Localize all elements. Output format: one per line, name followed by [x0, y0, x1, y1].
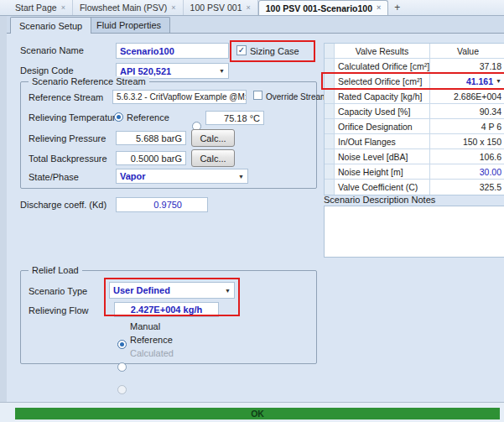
tab-100-psv-001-scenario100[interactable]: 100 PSV 001-Scenario100 × — [258, 0, 389, 15]
sizing-case-label: Sizing Case — [250, 46, 299, 56]
tab-label: 100 PSV 001-Scenario100 — [266, 3, 372, 13]
relief-load-title: Relief Load — [29, 265, 82, 275]
table-row: In/Out Flanges 150 x 150 — [325, 134, 504, 149]
tab-100-psv-001[interactable]: 100 PSV 001 × — [184, 0, 258, 15]
discharge-coeff-input[interactable]: 0.9750 — [116, 197, 208, 212]
tab-scenario-setup[interactable]: Scenario Setup — [10, 17, 91, 34]
close-icon[interactable]: × — [61, 4, 65, 12]
total-backpressure-label: Total Backpressure — [29, 154, 107, 164]
tab-flowsheet-main[interactable]: Flowsheet Main (PSV) × — [73, 0, 184, 15]
relieving-pressure-input[interactable]: 5.688 barG — [116, 131, 186, 145]
override-stream-checkbox[interactable] — [253, 91, 262, 100]
flow-calculated-radio[interactable] — [117, 385, 127, 394]
total-backpressure-calc-button[interactable]: Calc... — [191, 149, 235, 167]
total-backpressure-value: 0.5000 barG — [131, 154, 182, 164]
tab-start-page[interactable]: Start Page × — [8, 0, 73, 15]
check-icon: ✓ — [238, 46, 245, 55]
relieving-pressure-calc-button[interactable]: Calc... — [191, 129, 235, 147]
row-gutter — [325, 44, 335, 58]
design-code-value: API 520,521 — [120, 66, 171, 76]
close-icon[interactable]: × — [171, 4, 175, 12]
relieving-flow-input[interactable]: 2.427E+004 kg/h — [114, 302, 219, 317]
header-value: Value — [430, 44, 504, 58]
tab-label: Start Page — [15, 3, 57, 13]
row-gutter[interactable] — [325, 180, 335, 195]
scenario-reference-stream-title: Scenario Reference Stream — [29, 76, 149, 86]
sub-tab-bar: Scenario Setup Fluid Properties — [7, 16, 504, 33]
scenario-type-value: User Defined — [113, 285, 170, 295]
chevron-down-icon: ▼ — [238, 174, 244, 180]
total-backpressure-input[interactable]: 0.5000 barG — [116, 151, 186, 165]
scenario-name-label: Scenario Name — [20, 45, 84, 55]
scenario-description-notes-input[interactable] — [324, 206, 504, 258]
close-icon[interactable]: × — [247, 4, 251, 12]
new-tab-button[interactable]: + — [388, 0, 406, 15]
tab-label: Flowsheet Main (PSV) — [80, 3, 167, 13]
relieving-temperature-label: Relieving Temperature — [29, 112, 121, 122]
state-phase-value: Vapor — [120, 171, 146, 181]
row-gutter[interactable] — [325, 134, 335, 148]
scenario-setup-panel: Scenario Name Scenario100 ✓ Sizing Case … — [7, 33, 504, 403]
chevron-down-icon: ▼ — [496, 78, 501, 84]
row-gutter[interactable] — [325, 59, 335, 73]
reference-stream-input[interactable]: 5.6.3.2 - CritVapflow Example @M: — [112, 90, 247, 104]
table-row: Capacity Used [%] 90.34 — [325, 104, 504, 119]
scenario-name-value: Scenario100 — [120, 46, 174, 56]
sizing-case-checkbox[interactable]: ✓ — [236, 45, 247, 55]
discharge-coeff-value: 0.9750 — [153, 200, 182, 210]
row-gutter[interactable] — [325, 104, 335, 118]
table-header-row: Valve Results Value — [325, 44, 504, 59]
scenario-type-label: Scenario Type — [29, 286, 87, 296]
scenario-type-select[interactable]: User Defined ▼ — [109, 282, 235, 299]
table-row: Rated Capacity [kg/h] 2.686E+004 — [325, 89, 504, 104]
flow-reference-label: Reference — [130, 335, 173, 345]
row-gutter[interactable] — [325, 89, 335, 103]
table-row: Calculated Orifice [cm²] 37.18 — [325, 59, 504, 74]
relieving-pressure-value: 5.688 barG — [136, 133, 182, 143]
chevron-down-icon: ▼ — [219, 68, 225, 74]
table-row: Noise Level [dBA] 106.6 — [325, 149, 504, 164]
table-row-selected-orifice: Selected Orifice [cm²] 41.161 ▼ — [325, 74, 504, 89]
valve-results-table: Valve Results Value Calculated Orifice [… — [324, 43, 504, 195]
status-bar-ok: OK — [15, 408, 500, 419]
override-stream-label: Override Stream — [266, 92, 327, 102]
relieving-pressure-label: Relieving Pressure — [29, 133, 106, 143]
flow-manual-label: Manual — [130, 321, 160, 331]
close-icon[interactable]: × — [377, 4, 381, 12]
temperature-reference-radio-label: Reference — [127, 112, 169, 122]
selected-orifice-dropdown[interactable]: 41.161 ▼ — [430, 74, 504, 88]
table-row: Orifice Designation 4 P 6 — [325, 119, 504, 134]
bottom-bar: OK — [0, 402, 504, 422]
row-gutter[interactable] — [325, 74, 335, 88]
row-gutter[interactable] — [325, 149, 335, 164]
reference-stream-label: Reference Stream — [29, 92, 103, 102]
scenario-name-input[interactable]: Scenario100 — [116, 43, 229, 59]
document-tab-bar: Start Page × Flowsheet Main (PSV) × 100 … — [0, 0, 504, 16]
flow-calculated-label: Calculated — [130, 348, 174, 358]
table-row: Valve Coefficient (C) 325.5 — [325, 180, 504, 195]
row-gutter[interactable] — [325, 164, 335, 179]
scenario-description-notes-label: Scenario Description Notes — [324, 195, 435, 205]
temperature-reference-radio[interactable] — [114, 112, 123, 122]
relieving-flow-value: 2.427E+004 kg/h — [131, 305, 202, 315]
reference-stream-value: 5.6.3.2 - CritVapflow Example @M: — [117, 92, 247, 102]
relieving-temperature-value: 75.18 °C — [224, 113, 260, 123]
tab-fluid-properties[interactable]: Fluid Properties — [87, 17, 170, 33]
flow-manual-radio[interactable] — [117, 340, 127, 349]
header-valve-results: Valve Results — [335, 44, 430, 58]
state-phase-label: State/Phase — [29, 172, 79, 182]
tab-label: 100 PSV 001 — [190, 3, 242, 13]
row-gutter[interactable] — [325, 119, 335, 133]
flow-reference-radio[interactable] — [117, 362, 127, 372]
relieving-flow-label: Relieving Flow — [29, 305, 89, 315]
state-phase-select[interactable]: Vapor ▼ — [116, 169, 248, 184]
design-code-label: Design Code — [20, 65, 74, 76]
psv-scenario-window: Start Page × Flowsheet Main (PSV) × 100 … — [0, 0, 504, 422]
discharge-coeff-label: Discharge coeff. (Kd) — [20, 200, 107, 210]
table-row: Noise Height [m] 30.00 — [325, 164, 504, 180]
chevron-down-icon: ▼ — [225, 288, 231, 294]
relieving-temperature-input[interactable]: 75.18 °C — [205, 111, 264, 125]
